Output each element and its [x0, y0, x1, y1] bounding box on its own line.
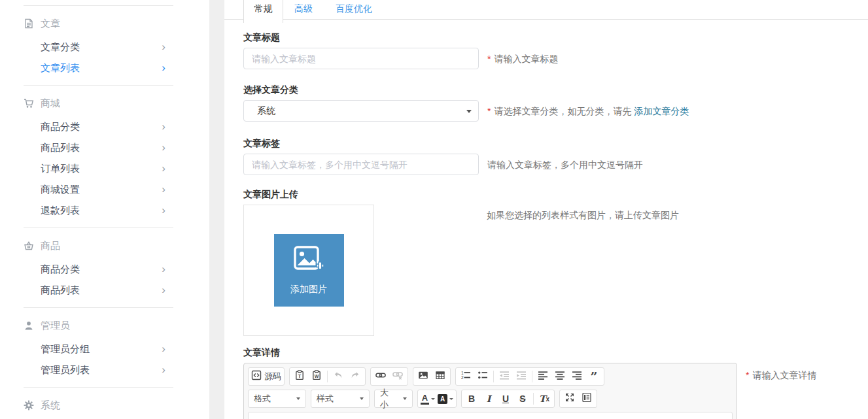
chevron-right-icon: › — [162, 339, 165, 360]
sidebar-section-title: 管理员 — [41, 320, 70, 332]
bulleted-list-button[interactable] — [474, 369, 491, 384]
add-image-button[interactable]: 添加图片 — [274, 234, 344, 307]
insert-image-button[interactable] — [415, 369, 432, 384]
title-hint: *请输入文章标题 — [487, 52, 558, 65]
blockquote-button[interactable]: ” — [585, 369, 602, 384]
image-icon — [418, 370, 428, 383]
unlink-button[interactable] — [389, 369, 406, 384]
sidebar-item-mall-goods-list[interactable]: 商品列表 › — [24, 137, 173, 158]
sidebar-item-refund-list[interactable]: 退款列表 › — [24, 200, 173, 221]
numbered-list-button[interactable]: 12 — [457, 369, 474, 384]
image-upload-dropzone[interactable]: 添加图片 — [243, 205, 374, 336]
bulleted-list-icon — [477, 370, 488, 383]
admin-user-icon — [24, 320, 34, 331]
sidebar-header-goods[interactable]: 商品 — [24, 235, 173, 256]
sidebar-item-goods-category[interactable]: 商品分类 › — [24, 259, 173, 280]
indent-button[interactable] — [513, 369, 530, 384]
align-left-icon — [538, 370, 548, 383]
tab-advanced[interactable]: 高级 — [294, 0, 313, 17]
strikethrough-button[interactable]: S — [514, 391, 531, 407]
page: 文章 文章分类 › 文章列表 › 商城 商品分类 › — [0, 0, 868, 419]
styles-dropdown[interactable]: 样式 — [311, 390, 370, 408]
tags-input[interactable] — [243, 154, 479, 175]
maximize-button[interactable] — [561, 391, 578, 407]
text-color-button[interactable]: A — [419, 391, 436, 407]
sidebar-item-mall-goods-category[interactable]: 商品分类 › — [24, 116, 173, 137]
tab-bar: 常规 高级 百度优化 — [224, 0, 868, 20]
bold-button[interactable]: B — [463, 391, 480, 407]
toolbar-separator — [533, 393, 534, 405]
chevron-right-icon: › — [162, 116, 165, 137]
align-center-button[interactable] — [551, 369, 568, 384]
sidebar-header-system[interactable]: 系统 — [24, 395, 173, 416]
sidebar-section-admin: 管理员 管理员分组 › 管理员列表 › — [24, 307, 173, 387]
chevron-right-icon: › — [162, 360, 165, 380]
underline-icon: U — [502, 394, 509, 404]
background-color-icon: A — [438, 394, 447, 404]
sidebar-item-mall-settings[interactable]: 商城设置 › — [24, 179, 173, 200]
sidebar-item-article-category[interactable]: 文章分类 › — [24, 37, 173, 58]
font-size-dropdown[interactable]: 大小 — [374, 390, 413, 408]
paste-text-icon: T — [294, 370, 305, 383]
remove-format-button[interactable]: Tx — [536, 391, 553, 407]
italic-button[interactable]: I — [480, 391, 497, 407]
sidebar-section-goods: 商品 商品分类 › 商品列表 › — [24, 227, 173, 307]
sidebar-section-mall: 商城 商品分类 › 商品列表 › 订单列表 › 商城设置 › 退款列表 › — [24, 85, 173, 227]
sidebar-item-admin-groups[interactable]: 管理员分组 › — [24, 339, 173, 360]
underline-button[interactable]: U — [497, 391, 514, 407]
outdent-button[interactable] — [496, 369, 513, 384]
background-color-button[interactable]: A — [436, 391, 455, 407]
show-blocks-button[interactable] — [578, 391, 595, 407]
strikethrough-icon: S — [519, 394, 525, 404]
rich-text-editor: 源码 T W — [243, 363, 737, 419]
chevron-down-icon — [431, 398, 435, 400]
insert-table-button[interactable] — [432, 369, 449, 384]
sidebar-item-goods-list[interactable]: 商品列表 › — [24, 280, 173, 301]
align-right-icon — [572, 370, 582, 383]
sidebar-item-order-list[interactable]: 订单列表 › — [24, 158, 173, 179]
detail-label: 文章详情 — [243, 346, 868, 358]
chevron-right-icon: › — [162, 58, 165, 78]
layout-gutter — [209, 0, 224, 419]
article-icon — [24, 18, 34, 29]
undo-icon — [333, 370, 343, 383]
title-input[interactable] — [243, 48, 479, 69]
redo-button[interactable] — [347, 369, 364, 384]
sidebar-item-article-list[interactable]: 文章列表 › — [24, 58, 173, 78]
mall-cart-icon — [24, 98, 34, 109]
text-color-icon: A — [421, 394, 429, 405]
source-button[interactable]: 源码 — [250, 369, 283, 384]
category-selected-value: 系统 — [257, 105, 275, 116]
svg-text:T: T — [298, 373, 302, 379]
chevron-down-icon — [296, 397, 300, 400]
tab-baidu-seo[interactable]: 百度优化 — [336, 0, 372, 17]
detail-hint: *请输入文章详情 — [746, 363, 816, 382]
editor-toolbar-row-2: 格式 样式 大小 A — [248, 390, 733, 408]
form-row-title: 文章标题 *请输入文章标题 — [243, 31, 868, 69]
align-left-button[interactable] — [534, 369, 551, 384]
sidebar-header-article[interactable]: 文章 — [24, 13, 173, 34]
chevron-down-icon — [403, 397, 407, 400]
editor-toolbar-row-1: 源码 T W — [248, 367, 733, 386]
editor-content-area[interactable] — [248, 412, 733, 419]
paste-word-button[interactable]: W — [308, 369, 325, 384]
paste-text-button[interactable]: T — [291, 369, 308, 384]
sidebar-item-admin-list[interactable]: 管理员列表 › — [24, 360, 173, 380]
category-select[interactable]: 系统 — [243, 100, 479, 122]
undo-button[interactable] — [330, 369, 347, 384]
table-icon — [435, 370, 445, 383]
select-caret-icon — [466, 110, 472, 113]
chevron-right-icon: › — [162, 158, 165, 179]
sidebar-header-admin[interactable]: 管理员 — [24, 315, 173, 336]
system-gear-icon — [24, 400, 34, 411]
maximize-icon — [564, 392, 575, 405]
sidebar-header-mall[interactable]: 商城 — [24, 93, 173, 114]
align-right-button[interactable] — [568, 369, 585, 384]
form-row-image-upload: 文章图片上传 添加图片 如果您选择的列表样式有图片，请上传文章图片 — [243, 188, 868, 336]
image-upload-label: 文章图片上传 — [243, 188, 868, 200]
paragraph-format-dropdown[interactable]: 格式 — [248, 390, 306, 408]
add-category-link[interactable]: 添加文章分类 — [634, 106, 689, 116]
link-button[interactable] — [372, 369, 389, 384]
sidebar-section-title: 系统 — [41, 399, 60, 412]
tab-general[interactable]: 常规 — [243, 0, 283, 23]
